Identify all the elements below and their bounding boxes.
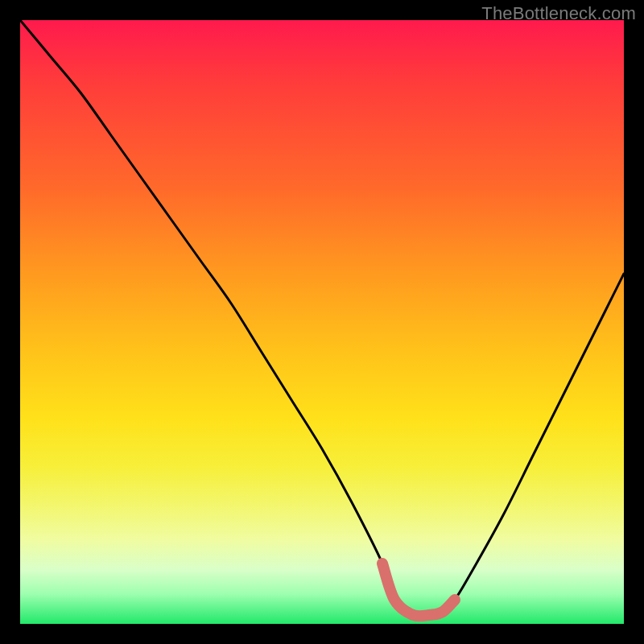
bottleneck-highlight-path [382,564,455,616]
chart-frame: TheBottleneck.com [0,0,644,644]
bottleneck-curve-path [20,20,624,616]
curve-svg [20,20,624,624]
plot-area [20,20,624,624]
